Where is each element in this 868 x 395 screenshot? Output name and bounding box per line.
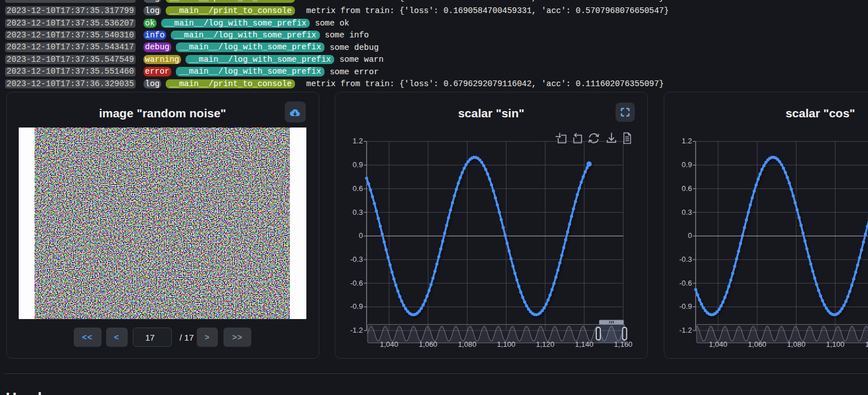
- svg-text:-0.6: -0.6: [350, 278, 363, 287]
- svg-text:1,060: 1,060: [419, 340, 437, 349]
- svg-text:0.9: 0.9: [682, 160, 692, 169]
- svg-text:-0.9: -0.9: [679, 302, 692, 311]
- svg-text:1,160: 1,160: [614, 340, 633, 349]
- svg-text:1,140: 1,140: [575, 340, 593, 349]
- svg-text:1,120: 1,120: [536, 340, 555, 349]
- svg-text:1,080: 1,080: [787, 340, 806, 349]
- svg-text:-0.3: -0.3: [679, 254, 692, 263]
- svg-text:0.9: 0.9: [352, 160, 363, 169]
- svg-text:1,100: 1,100: [497, 340, 516, 349]
- svg-text:1.2: 1.2: [352, 137, 363, 145]
- svg-text:0.3: 0.3: [352, 207, 363, 216]
- svg-text:0: 0: [688, 231, 692, 240]
- svg-text:-0.6: -0.6: [679, 278, 692, 287]
- svg-text:1,040: 1,040: [380, 340, 398, 349]
- svg-text:0.3: 0.3: [682, 207, 692, 216]
- svg-text:1,040: 1,040: [709, 340, 728, 349]
- svg-text:1,080: 1,080: [458, 340, 477, 349]
- svg-text:-0.3: -0.3: [350, 254, 363, 263]
- svg-text:1,100: 1,100: [826, 340, 845, 349]
- svg-text:1,060: 1,060: [748, 340, 766, 349]
- svg-text:-1.2: -1.2: [350, 326, 363, 334]
- svg-text:0.6: 0.6: [352, 184, 363, 192]
- svg-text:-0.9: -0.9: [350, 302, 363, 311]
- svg-text:-1.2: -1.2: [679, 326, 692, 334]
- svg-text:1.2: 1.2: [682, 137, 692, 145]
- svg-text:1,120: 1,120: [865, 340, 868, 349]
- svg-text:0.6: 0.6: [682, 184, 692, 192]
- svg-text:0: 0: [359, 231, 363, 240]
